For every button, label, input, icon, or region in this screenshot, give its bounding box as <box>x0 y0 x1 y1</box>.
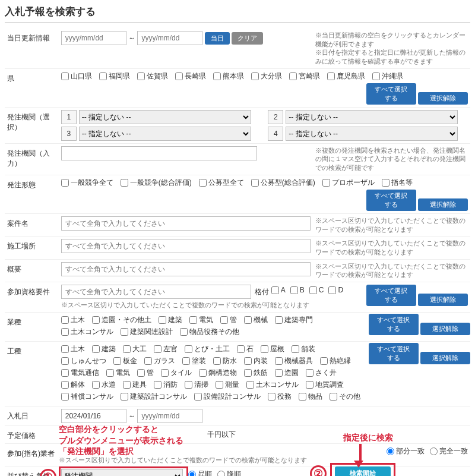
work-check-21[interactable]: 鉄筋 <box>244 368 268 378</box>
pref-check-1[interactable]: 福岡県 <box>99 71 130 81</box>
sort-select-1[interactable]: 発注機関 <box>61 469 183 476</box>
biz-deselect[interactable]: 選択解除 <box>420 323 470 335</box>
work-check-0[interactable]: 土木 <box>61 344 85 354</box>
qual-input[interactable] <box>61 285 251 299</box>
bid-date-to[interactable] <box>137 409 202 423</box>
biz-check-1[interactable]: 造園・その他土 <box>92 315 151 325</box>
work-check-16[interactable]: 電気通信 <box>61 368 99 378</box>
label-pref: 県 <box>5 68 59 107</box>
clear-date-button[interactable]: クリア <box>232 32 263 45</box>
grade-select-all[interactable]: すべて選択する <box>366 285 416 306</box>
work-check-3[interactable]: 左官 <box>154 344 178 354</box>
label-biz: 業種 <box>5 312 59 341</box>
summary-input[interactable] <box>61 262 311 276</box>
work-check-4[interactable]: とび・土工 <box>185 344 230 354</box>
work-check-18[interactable]: 管 <box>137 368 154 378</box>
ordform-check-2[interactable]: 公募型全て <box>199 178 244 188</box>
work-check-29[interactable]: 測量 <box>216 380 239 390</box>
ordform-select-all[interactable]: すべて選択する <box>366 190 416 211</box>
work-check-2[interactable]: 大工 <box>123 344 147 354</box>
biz-check-6[interactable]: 建築専門 <box>275 315 313 325</box>
org-input[interactable] <box>61 146 257 160</box>
work-check-34[interactable]: 設備設計コンサル <box>194 392 261 402</box>
pref-check-2[interactable]: 佐賀県 <box>137 71 168 81</box>
work-check-27[interactable]: 消防 <box>154 380 178 390</box>
pref-check-5[interactable]: 大分県 <box>251 71 282 81</box>
ordform-check-0[interactable]: 一般競争全て <box>61 178 113 188</box>
org-select-3[interactable]: -- 指定しない -- <box>79 127 251 141</box>
work-check-25[interactable]: 水道 <box>92 380 116 390</box>
biz-check-0[interactable]: 土木 <box>61 315 85 325</box>
sort1-asc[interactable]: 昇順 <box>188 469 212 476</box>
work-check-22[interactable]: 造園 <box>275 368 299 378</box>
biz-check-9[interactable]: 物品役務その他 <box>180 327 239 337</box>
work-check-15[interactable]: 熱絶縁 <box>320 356 351 366</box>
biz-check-2[interactable]: 建築 <box>159 315 182 325</box>
work-check-5[interactable]: 石 <box>237 344 254 354</box>
work-check-30[interactable]: 土木コンサル <box>246 380 299 390</box>
site-input[interactable] <box>61 239 311 253</box>
org-select-1[interactable]: -- 指定しない -- <box>79 110 251 124</box>
case-input[interactable] <box>61 216 311 231</box>
pref-check-7[interactable]: 鹿児島県 <box>327 71 365 81</box>
grade-check-3[interactable]: D <box>328 286 343 294</box>
work-check-31[interactable]: 地質調査 <box>306 380 344 390</box>
work-check-35[interactable]: 役務 <box>268 392 292 402</box>
ordform-check-1[interactable]: 一般競争(総合評価) <box>121 178 192 188</box>
match-partial[interactable]: 部分一致 <box>387 446 425 456</box>
work-check-19[interactable]: タイル <box>161 368 192 378</box>
biz-check-3[interactable]: 電気 <box>189 315 213 325</box>
ordform-check-3[interactable]: 公募型(総合評価) <box>251 178 315 188</box>
work-check-37[interactable]: その他 <box>330 392 360 402</box>
work-check-28[interactable]: 清掃 <box>185 380 208 390</box>
pref-check-0[interactable]: 山口県 <box>61 71 92 81</box>
update-date-from[interactable] <box>61 31 126 45</box>
update-date-to[interactable] <box>137 31 202 45</box>
match-full[interactable]: 完全一致 <box>430 446 468 456</box>
work-check-33[interactable]: 建築設計コンサル <box>121 392 187 402</box>
work-check-36[interactable]: 物品 <box>299 392 322 402</box>
work-check-1[interactable]: 建築 <box>92 344 116 354</box>
work-check-10[interactable]: ガラス <box>144 356 175 366</box>
work-check-23[interactable]: さく井 <box>306 368 337 378</box>
grade-check-0[interactable]: A <box>271 286 286 294</box>
sort1-desc[interactable]: 降順 <box>217 469 241 476</box>
org-select-4[interactable]: -- 指定しない -- <box>286 127 458 141</box>
work-check-9[interactable]: 板金 <box>113 356 137 366</box>
biz-check-8[interactable]: 建築関連設計 <box>121 327 173 337</box>
grade-check-2[interactable]: C <box>309 286 324 294</box>
pref-deselect[interactable]: 選択解除 <box>418 92 468 105</box>
ordform-check-4[interactable]: プロポーザル <box>322 178 375 188</box>
grade-deselect[interactable]: 選択解除 <box>418 294 468 306</box>
work-select-all[interactable]: すべて選択する <box>369 343 419 364</box>
pref-check-3[interactable]: 長崎県 <box>175 71 206 81</box>
search-button[interactable]: 検索開始 <box>335 466 391 476</box>
biz-check-5[interactable]: 機械 <box>244 315 268 325</box>
pref-check-4[interactable]: 熊本県 <box>213 71 244 81</box>
work-check-12[interactable]: 防水 <box>213 356 237 366</box>
pref-select-all[interactable]: すべて選択する <box>366 83 416 105</box>
biz-check-4[interactable]: 管 <box>220 315 237 325</box>
work-check-17[interactable]: 電気 <box>106 368 130 378</box>
work-check-24[interactable]: 解体 <box>61 380 85 390</box>
work-check-20[interactable]: 鋼構造物 <box>199 368 237 378</box>
work-check-13[interactable]: 内装 <box>244 356 268 366</box>
ordform-check-5[interactable]: 指名等 <box>382 178 413 188</box>
org-select-2[interactable]: -- 指定しない -- <box>286 110 458 124</box>
ordform-deselect[interactable]: 選択解除 <box>418 198 468 211</box>
today-button[interactable]: 当日 <box>205 32 230 45</box>
grade-check-1[interactable]: B <box>290 286 305 294</box>
work-check-7[interactable]: 舗装 <box>292 344 315 354</box>
work-check-26[interactable]: 建具 <box>123 380 147 390</box>
work-check-32[interactable]: 補償コンサル <box>61 392 113 402</box>
work-deselect[interactable]: 選択解除 <box>420 352 470 364</box>
biz-select-all[interactable]: すべて選択する <box>369 314 419 335</box>
bid-date-from[interactable] <box>61 409 126 423</box>
work-check-14[interactable]: 機械器具 <box>275 356 313 366</box>
work-check-8[interactable]: しゅんせつ <box>61 356 106 366</box>
pref-check-6[interactable]: 宮崎県 <box>289 71 320 81</box>
work-check-6[interactable]: 屋根 <box>261 344 284 354</box>
biz-check-7[interactable]: 土木コンサル <box>61 327 113 337</box>
pref-check-8[interactable]: 沖縄県 <box>372 71 403 81</box>
work-check-11[interactable]: 塗装 <box>182 356 206 366</box>
